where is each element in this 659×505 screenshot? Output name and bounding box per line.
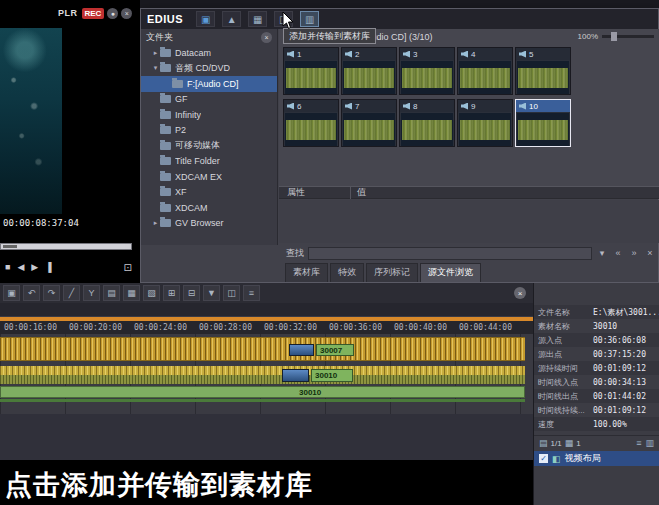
app-title: EDIUS — [147, 13, 183, 25]
clip-pages-icon[interactable]: ▤ — [539, 438, 548, 448]
clip-30007[interactable]: 30007 — [316, 344, 354, 356]
overwrite-icon[interactable]: ▧ — [143, 285, 160, 301]
close-search-icon[interactable]: × — [644, 248, 656, 258]
tab-source-browser[interactable]: 源文件浏览 — [420, 263, 481, 282]
underwater-scene-image — [0, 28, 62, 214]
zoom-slider[interactable] — [602, 35, 654, 38]
tree-item-removable-media[interactable]: 可移动媒体 — [141, 138, 277, 154]
video-layout-checkbox[interactable]: ✓ — [539, 454, 548, 463]
video-clip-track[interactable]: 30010 — [0, 386, 525, 398]
page-count-label: 1/1 — [551, 439, 562, 448]
audio-clip-7[interactable]: 7 — [341, 99, 397, 147]
folder-icon — [160, 173, 171, 181]
clip-30007-thumbnail[interactable] — [289, 344, 314, 356]
tree-item-p2[interactable]: P2 — [141, 123, 277, 139]
clip-30010-thumbnail[interactable] — [282, 369, 309, 382]
ruler-tick: 00:00:24:00 — [134, 323, 187, 332]
folder-icon — [160, 126, 171, 134]
audio-clip-2[interactable]: 2 — [341, 47, 397, 95]
ripple-icon[interactable]: ⊞ — [163, 285, 180, 301]
zoom-slider-handle[interactable] — [611, 32, 617, 41]
close-timeline-button[interactable]: × — [514, 287, 526, 299]
search-dropdown-icon[interactable]: ▾ — [596, 248, 608, 258]
mode-icon[interactable]: ▤ — [103, 285, 120, 301]
insert-icon[interactable]: ▦ — [123, 285, 140, 301]
audio-waveform-track-2[interactable] — [0, 366, 525, 384]
tree-item-xf[interactable]: XF — [141, 185, 277, 201]
clip-number: 6 — [297, 102, 301, 111]
folder-icon — [160, 204, 171, 212]
audio-clip-3[interactable]: 3 — [399, 47, 455, 95]
settings-icon[interactable]: ≡ — [243, 285, 260, 301]
zoom-icon[interactable]: ◫ — [223, 285, 240, 301]
tree-item-audio-cd[interactable]: F:[Audio CD] — [141, 76, 277, 92]
audio-clip-1[interactable]: 1 — [283, 47, 339, 95]
audio-clip-6[interactable]: 6 — [283, 99, 339, 147]
tab-bin[interactable]: 素材库 — [285, 263, 328, 282]
list-view-icon[interactable]: ≡ — [636, 438, 641, 448]
next-frame-button[interactable]: ▐ — [45, 262, 51, 272]
caption-area: 点击添加并传输到素材库 — [0, 460, 533, 505]
prev-frame-button[interactable]: ◀ — [17, 262, 24, 272]
audio-clip-5[interactable]: 5 — [515, 47, 571, 95]
shuttle-slider[interactable] — [0, 243, 132, 250]
stop-button[interactable]: ■ — [5, 262, 10, 272]
transport-controls: ■ ◀ ▶ ▐ ⊡ — [0, 257, 140, 277]
monitor-menu-button[interactable]: ● — [107, 8, 118, 19]
open-folder-icon[interactable]: ▣ — [196, 11, 215, 27]
tab-sequence-marker[interactable]: 序列标记 — [366, 263, 418, 282]
audio-waveform-track-1[interactable] — [0, 337, 525, 361]
folder-icon — [160, 49, 171, 57]
timecode-ruler[interactable]: 00:00:16:00 00:00:20:00 00:00:24:00 00:0… — [0, 321, 533, 334]
marker-icon[interactable]: ▼ — [203, 285, 220, 301]
tree-item-xdcam[interactable]: XDCAM — [141, 200, 277, 216]
expander-icon[interactable]: ▾ — [151, 64, 160, 72]
shuttle-handle[interactable] — [3, 245, 17, 248]
close-folder-panel-button[interactable]: × — [261, 32, 272, 43]
prev-result-icon[interactable]: « — [612, 248, 624, 258]
clip-header: 7 — [342, 100, 396, 112]
tree-item-infinity[interactable]: Infinity — [141, 107, 277, 123]
video-layout-row[interactable]: ✓ ◧ 视频布局 — [534, 451, 659, 466]
razor-icon[interactable]: Y — [83, 285, 100, 301]
search-input[interactable] — [308, 247, 592, 260]
clip-waveform-thumbnail — [459, 61, 511, 94]
clip-30010-floating[interactable]: 30010 — [311, 369, 353, 382]
panel-tabs: 素材库 特效 序列标记 源文件浏览 — [279, 263, 481, 282]
audio-clip-10[interactable]: 10 — [515, 99, 571, 147]
tree-item-datacam[interactable]: ▸Datacam — [141, 45, 277, 61]
properties-list — [279, 200, 659, 243]
panel-icon[interactable]: ▣ — [3, 285, 20, 301]
ruler-tick: 00:00:32:00 — [264, 323, 317, 332]
audio-clip-9[interactable]: 9 — [457, 99, 513, 147]
view-thumbnails-icon[interactable]: ▦ — [248, 11, 267, 27]
track-icon[interactable]: ▦ — [565, 438, 574, 448]
pencil-icon[interactable]: ╱ — [63, 285, 80, 301]
fullscreen-icon[interactable]: ⊡ — [124, 262, 132, 273]
tree-item-gf[interactable]: GF — [141, 92, 277, 108]
tree-item-audio-cd-dvd[interactable]: ▾音频 CD/DVD — [141, 61, 277, 77]
folder-tree: ▸Datacam ▾音频 CD/DVD F:[Audio CD] GF Infi… — [141, 45, 277, 231]
tab-effects[interactable]: 特效 — [330, 263, 364, 282]
trim-icon[interactable]: ⊟ — [183, 285, 200, 301]
play-button[interactable]: ▶ — [31, 262, 38, 272]
audio-clip-4[interactable]: 4 — [457, 47, 513, 95]
audio-clip-8[interactable]: 8 — [399, 99, 455, 147]
clip-waveform-thumbnail — [401, 61, 453, 94]
tree-item-xdcam-ex[interactable]: XDCAM EX — [141, 169, 277, 185]
tree-item-title-folder[interactable]: Title Folder — [141, 154, 277, 170]
ruler-tick: 00:00:20:00 — [69, 323, 122, 332]
expander-icon[interactable]: ▸ — [151, 49, 160, 57]
info-row-source-duration: 源持续时间00:01:09:12 — [534, 361, 659, 375]
up-folder-icon[interactable]: ▲ — [222, 11, 241, 27]
tree-item-gv-browser[interactable]: ▸GV Browser — [141, 216, 277, 232]
folder-icon — [160, 188, 171, 196]
next-result-icon[interactable]: » — [628, 248, 640, 258]
grid-view-icon[interactable]: ▥ — [645, 438, 654, 448]
monitor-close-button[interactable]: × — [121, 8, 132, 19]
redo-icon[interactable]: ↷ — [43, 285, 60, 301]
expander-icon[interactable]: ▸ — [151, 219, 160, 227]
undo-icon[interactable]: ↶ — [23, 285, 40, 301]
edius-screen: PLR REC ● × 00:00:08:37:04 ■ ◀ ▶ ▐ ⊡ EDI… — [0, 0, 659, 505]
add-transfer-icon[interactable]: ▥ — [300, 11, 319, 27]
